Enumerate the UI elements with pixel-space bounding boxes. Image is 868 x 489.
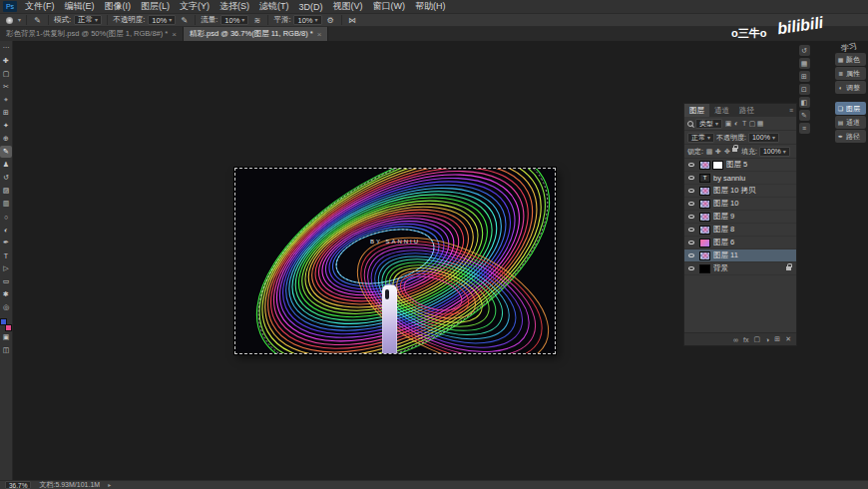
menu-item-1[interactable]: 文件(F) (20, 0, 60, 13)
layer-mask-icon[interactable]: ▢ (753, 335, 760, 343)
clone-stamp-tool[interactable]: ♟ (0, 159, 12, 171)
symmetry-icon[interactable]: ⋈ (347, 15, 358, 26)
layer-row-2[interactable]: Tby sanniu (684, 172, 796, 185)
lock-all-icon[interactable] (732, 148, 737, 152)
crop-tool[interactable]: ⊞ (0, 107, 12, 119)
lock-transparency-icon[interactable]: ▩ (705, 148, 713, 156)
search-icon[interactable] (687, 121, 693, 127)
airbrush-icon[interactable]: ≋ (251, 15, 262, 26)
smoothing-select[interactable]: 10%▾ (293, 15, 321, 25)
layer-thumbnail[interactable] (699, 264, 710, 273)
photoshop-logo-icon[interactable]: Ps (3, 1, 17, 12)
layer-thumbnail[interactable] (699, 226, 710, 235)
flow-select[interactable]: 10%▾ (220, 15, 248, 25)
visibility-eye-icon[interactable] (686, 215, 696, 219)
close-icon[interactable]: × (317, 30, 322, 39)
new-layer-icon[interactable]: ⊞ (774, 335, 780, 343)
dock-properties-panel[interactable]: ≣属性 (835, 67, 866, 80)
link-layers-icon[interactable]: ∞ (733, 336, 738, 343)
tab-document-2[interactable]: 精彩.psd @ 36.7%(图层 11, RGB/8) * × (184, 27, 328, 41)
tool-preset-icon[interactable] (4, 15, 15, 26)
dock-layers-panel[interactable]: ❏图层 (835, 102, 866, 115)
layer-thumbnail[interactable] (699, 239, 710, 247)
foreground-color-swatch[interactable] (0, 318, 7, 325)
mode-select[interactable]: 正常▾ (74, 15, 102, 25)
layer-opacity-select[interactable]: 100%▾ (748, 133, 779, 143)
visibility-eye-icon[interactable] (686, 241, 696, 244)
text-layer-thumbnail[interactable]: T (699, 174, 710, 183)
info-panel-icon[interactable]: ⊡ (799, 84, 810, 95)
filter-shape-icon[interactable]: ▢ (748, 120, 756, 128)
dock-paths-panel[interactable]: ✒路径 (835, 130, 866, 143)
close-icon[interactable]: × (172, 30, 177, 39)
edit-toolbar-icon[interactable]: ⋯ (0, 42, 12, 54)
brush-settings-toggle-icon[interactable]: ✎ (32, 15, 43, 26)
eraser-tool[interactable]: ▨ (0, 185, 12, 197)
zoom-level-field[interactable]: 36.7% (5, 481, 31, 489)
filter-adjustment-icon[interactable]: ◐ (732, 120, 740, 128)
lock-pixels-icon[interactable]: ✚ (714, 148, 722, 156)
layer-row-9[interactable]: 背景 (684, 262, 796, 275)
layer-row-4[interactable]: 图层 10 (684, 198, 796, 211)
layer-thumbnail[interactable] (699, 187, 710, 196)
layer-thumbnail[interactable] (699, 251, 710, 260)
brush-tool[interactable]: ✎ (0, 146, 12, 158)
navigator-panel-icon[interactable]: ◧ (799, 97, 810, 108)
visibility-eye-icon[interactable] (686, 266, 696, 270)
layer-thumbnail[interactable] (699, 200, 710, 209)
hand-tool[interactable]: ✱ (0, 288, 12, 300)
layer-row-7[interactable]: 图层 6 (684, 237, 796, 249)
fill-select[interactable]: 100%▾ (759, 147, 790, 157)
menu-item-11[interactable]: 帮助(H) (410, 0, 451, 13)
layer-row-5[interactable]: 图层 9 (684, 211, 796, 224)
visibility-eye-icon[interactable] (686, 228, 696, 232)
marquee-tool[interactable]: ▢ (0, 68, 12, 80)
brush-settings-panel-icon[interactable]: ✎ (799, 110, 810, 121)
menu-item-4[interactable]: 图层(L) (136, 0, 175, 13)
panel-menu-icon[interactable]: ≡ (786, 104, 796, 117)
blend-mode-select[interactable]: 正常▾ (687, 133, 714, 143)
filter-type-select[interactable]: 类型▾ (695, 119, 722, 129)
dock-channels-panel[interactable]: ▤通道 (835, 116, 866, 129)
visibility-eye-icon[interactable] (686, 176, 696, 180)
menu-item-3[interactable]: 图像(I) (100, 0, 137, 13)
quick-select-tool[interactable]: ⌖ (0, 94, 12, 106)
dock-color-panel[interactable]: ▦颜色 (835, 53, 866, 66)
menu-item-7[interactable]: 滤镜(T) (254, 0, 294, 13)
pen-tool[interactable]: ✒ (0, 237, 12, 248)
pressure-opacity-icon[interactable]: ✎ (179, 15, 190, 26)
shape-tool[interactable]: ▭ (0, 275, 12, 287)
menu-item-8[interactable]: 3D(D) (294, 0, 328, 13)
menu-item-10[interactable]: 窗口(W) (368, 0, 411, 13)
lock-position-icon[interactable]: ✥ (723, 148, 731, 156)
character-panel-icon[interactable]: ≡ (799, 123, 810, 134)
filter-type-icon[interactable]: T (740, 120, 748, 128)
color-swatches[interactable] (0, 318, 12, 331)
menu-item-5[interactable]: 文字(Y) (175, 0, 215, 13)
eyedropper-tool[interactable]: ✦ (0, 120, 12, 132)
gradient-tool[interactable]: ▥ (0, 198, 12, 210)
dodge-tool[interactable]: ◐ (0, 224, 12, 236)
layers-panel-tab-2[interactable]: 通道 (709, 104, 734, 117)
history-panel-icon[interactable]: ↺ (799, 45, 810, 56)
tab-document-1[interactable]: 彩色背景1-供复制.psd @ 50%(图层 1, RGB/8#) * × (0, 27, 184, 41)
move-tool[interactable]: ✚ (0, 55, 12, 67)
filter-pixel-icon[interactable]: ▣ (724, 120, 732, 128)
screen-mode-icon[interactable]: ◫ (0, 344, 12, 356)
type-tool[interactable]: T (0, 249, 12, 261)
delete-layer-icon[interactable]: ✕ (785, 335, 791, 343)
path-select-tool[interactable]: ▷ (0, 262, 12, 274)
menu-item-2[interactable]: 编辑(E) (60, 0, 100, 13)
status-chevron-icon[interactable]: ▸ (108, 482, 111, 488)
visibility-eye-icon[interactable] (686, 202, 696, 206)
layer-row-8[interactable]: 图层 11 (684, 249, 796, 262)
libraries-panel-icon[interactable]: ⊞ (799, 71, 810, 82)
layer-row-1[interactable]: 图层 5 (684, 159, 796, 172)
quick-mask-icon[interactable]: ▣ (0, 331, 12, 343)
dock-adjustments-panel[interactable]: ◐调整 (835, 81, 866, 94)
background-color-swatch[interactable] (5, 324, 12, 331)
visibility-eye-icon[interactable] (686, 253, 696, 257)
canvas-document[interactable]: BY SANNIU (234, 168, 556, 354)
lasso-tool[interactable]: ✂ (0, 81, 12, 93)
opacity-select[interactable]: 10%▾ (148, 15, 176, 25)
